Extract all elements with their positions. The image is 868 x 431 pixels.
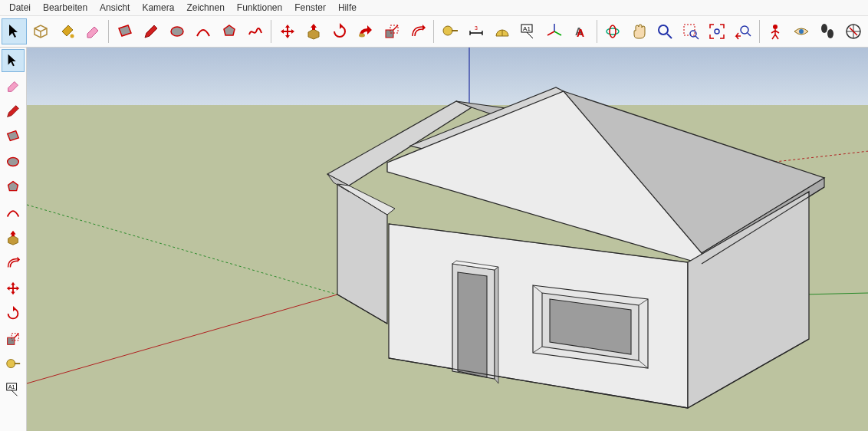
menu-bar: Datei Bearbeiten Ansicht Kamera Zeichnen… bbox=[0, 0, 868, 16]
scene-render bbox=[27, 48, 868, 431]
side-circle-tool[interactable] bbox=[2, 150, 25, 173]
follow-me-tool[interactable] bbox=[353, 18, 378, 44]
side-pencil-tool[interactable] bbox=[2, 100, 25, 123]
menu-zeichnen[interactable]: Zeichnen bbox=[180, 1, 230, 15]
walk-icon bbox=[818, 22, 837, 41]
pan-tool[interactable] bbox=[626, 18, 652, 44]
svg-point-20 bbox=[821, 24, 827, 33]
side-polygon-tool[interactable] bbox=[2, 176, 25, 199]
offset-tool[interactable] bbox=[405, 18, 430, 44]
text-label-tool[interactable]: A1 bbox=[516, 18, 541, 44]
side-rotate-tool[interactable] bbox=[2, 302, 25, 325]
section-icon bbox=[844, 22, 863, 41]
rectangle-tool[interactable] bbox=[112, 18, 137, 44]
side-push-pull-tool[interactable] bbox=[2, 226, 25, 249]
top-toolbar: 3 A1 AA bbox=[0, 16, 868, 48]
zoom-extents-tool[interactable] bbox=[705, 18, 730, 44]
walk-tool[interactable] bbox=[815, 18, 840, 44]
3d-text-tool[interactable]: AA bbox=[568, 18, 593, 44]
side-tape-measure-tool[interactable] bbox=[2, 353, 25, 376]
protractor-tool[interactable] bbox=[489, 18, 515, 44]
circle-tool[interactable] bbox=[164, 18, 189, 44]
arc-icon bbox=[194, 22, 212, 41]
rotate-icon bbox=[330, 22, 349, 41]
menu-datei[interactable]: Datei bbox=[3, 1, 37, 15]
polygon-tool[interactable] bbox=[216, 18, 242, 44]
polygon-icon bbox=[220, 22, 238, 41]
offset-icon bbox=[5, 255, 21, 271]
side-text-label-tool[interactable]: A1 bbox=[2, 378, 25, 401]
side-select-tool[interactable] bbox=[2, 49, 25, 72]
svg-rect-14 bbox=[684, 25, 695, 35]
move-icon bbox=[5, 280, 21, 297]
svg-point-26 bbox=[7, 360, 15, 368]
svg-text:A1: A1 bbox=[8, 383, 15, 390]
menu-bearbeiten[interactable]: Bearbeiten bbox=[37, 1, 94, 15]
svg-marker-52 bbox=[495, 267, 498, 383]
scale-icon bbox=[383, 22, 401, 41]
svg-point-0 bbox=[70, 35, 74, 38]
viewport-3d[interactable] bbox=[27, 48, 868, 431]
svg-point-1 bbox=[171, 27, 183, 36]
svg-point-23 bbox=[8, 158, 19, 166]
svg-point-5 bbox=[443, 26, 452, 35]
side-eraser-tool[interactable] bbox=[2, 74, 25, 97]
make-component-tool[interactable] bbox=[28, 18, 53, 44]
rectangle-icon bbox=[5, 128, 21, 145]
zoom-window-icon bbox=[682, 22, 700, 41]
look-around-tool[interactable] bbox=[789, 18, 814, 44]
select-tool[interactable] bbox=[2, 18, 27, 44]
cursor-icon bbox=[5, 22, 24, 41]
side-scale-tool[interactable] bbox=[2, 327, 25, 350]
move-icon bbox=[278, 22, 297, 41]
tape-measure-tool[interactable] bbox=[437, 18, 462, 44]
pencil-icon bbox=[5, 103, 21, 120]
freehand-icon bbox=[246, 22, 265, 41]
push-pull-tool[interactable] bbox=[301, 18, 326, 44]
push-pull-icon bbox=[304, 22, 323, 41]
side-offset-tool[interactable] bbox=[2, 252, 25, 275]
orbit-tool[interactable] bbox=[600, 18, 626, 44]
svg-text:3: 3 bbox=[475, 25, 478, 31]
svg-point-17 bbox=[741, 26, 748, 34]
svg-text:A1: A1 bbox=[523, 25, 531, 32]
svg-point-19 bbox=[799, 29, 804, 34]
previous-view-tool[interactable] bbox=[731, 18, 756, 44]
workspace: A1 bbox=[0, 48, 868, 431]
freehand-tool[interactable] bbox=[242, 18, 268, 44]
svg-rect-29 bbox=[27, 48, 868, 105]
position-camera-tool[interactable] bbox=[763, 18, 788, 44]
section-plane-tool[interactable] bbox=[841, 18, 866, 44]
paint-bucket-tool[interactable] bbox=[54, 18, 79, 44]
follow-me-icon bbox=[357, 22, 375, 41]
svg-point-2 bbox=[359, 34, 365, 38]
menu-ansicht[interactable]: Ansicht bbox=[94, 1, 136, 15]
push-pull-icon bbox=[5, 229, 21, 246]
toolbar-separator bbox=[433, 20, 434, 43]
rotate-tool[interactable] bbox=[327, 18, 352, 44]
eraser-tool[interactable] bbox=[80, 18, 105, 44]
zoom-tool[interactable] bbox=[653, 18, 678, 44]
circle-icon bbox=[5, 153, 21, 170]
toolbar-separator bbox=[271, 20, 271, 43]
side-arc-tool[interactable] bbox=[2, 201, 25, 224]
zoom-window-tool[interactable] bbox=[679, 18, 704, 44]
arc-tool[interactable] bbox=[190, 18, 215, 44]
pencil-tool[interactable] bbox=[138, 18, 163, 44]
dimension-tool[interactable]: 3 bbox=[463, 18, 488, 44]
menu-kamera[interactable]: Kamera bbox=[136, 1, 180, 15]
eye-icon bbox=[792, 22, 810, 41]
axes-tool[interactable] bbox=[542, 18, 567, 44]
menu-hilfe[interactable]: Hilfe bbox=[332, 1, 363, 15]
scale-tool[interactable] bbox=[379, 18, 404, 44]
3d-text-icon: AA bbox=[571, 22, 590, 41]
toolbar-separator bbox=[759, 20, 760, 43]
menu-funktionen[interactable]: Funktionen bbox=[231, 1, 288, 15]
side-move-tool[interactable] bbox=[2, 277, 25, 300]
svg-rect-3 bbox=[386, 30, 393, 38]
menu-fenster[interactable]: Fenster bbox=[288, 1, 332, 15]
side-rectangle-tool[interactable] bbox=[2, 125, 25, 148]
move-tool[interactable] bbox=[275, 18, 300, 44]
svg-rect-24 bbox=[8, 337, 15, 344]
svg-point-15 bbox=[690, 31, 696, 37]
